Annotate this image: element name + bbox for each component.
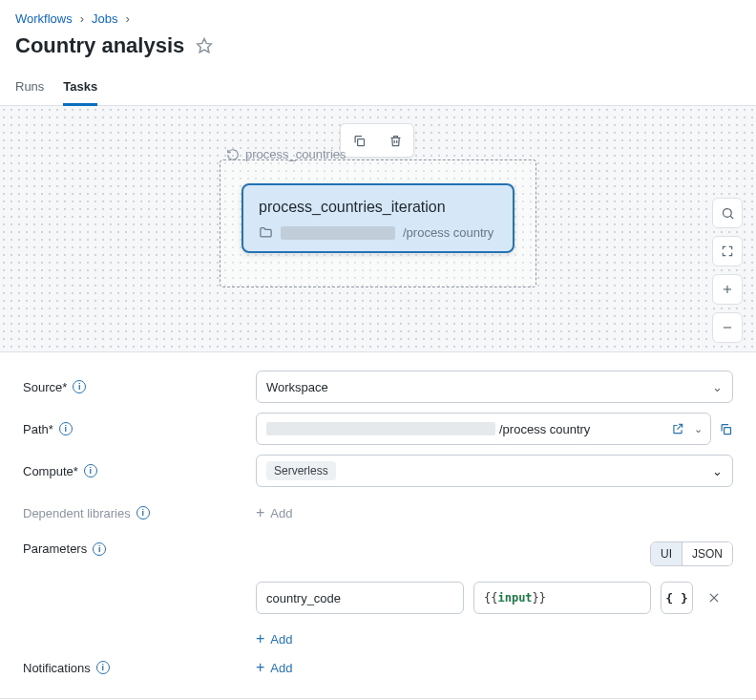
svg-rect-1 <box>357 138 364 145</box>
dependent-libraries-label: Dependent librariesi <box>23 506 246 520</box>
params-view-toggle: UI JSON <box>650 541 733 566</box>
path-input[interactable]: /process country ⌄ <box>256 413 711 445</box>
loop-container: process_countries process_countries_iter… <box>220 159 536 287</box>
breadcrumb: Workflows › Jobs › <box>15 11 741 26</box>
task-action-toolbar <box>340 123 414 158</box>
notifications-label: Notificationsi <box>23 661 246 675</box>
param-key-input[interactable] <box>256 582 464 614</box>
path-label: Path*i <box>23 422 246 436</box>
compute-chip: Serverless <box>266 461 336 480</box>
delete-task-button[interactable] <box>377 124 413 157</box>
chevron-right-icon: › <box>126 11 130 26</box>
info-icon[interactable]: i <box>84 464 97 477</box>
add-notification-button[interactable]: +Add <box>256 660 292 675</box>
open-external-icon[interactable] <box>671 422 684 435</box>
task-node-title: process_countries_iteration <box>259 199 497 216</box>
refresh-icon <box>226 148 240 161</box>
zoom-in-button[interactable] <box>712 274 743 305</box>
svg-point-2 <box>723 208 731 217</box>
task-node-path: /process country <box>259 225 497 240</box>
svg-rect-7 <box>724 427 731 434</box>
params-toggle-json[interactable]: JSON <box>682 542 732 565</box>
canvas-controls <box>712 198 743 343</box>
breadcrumb-workflows[interactable]: Workflows <box>15 11 73 26</box>
insert-variable-button[interactable]: { } <box>661 582 693 614</box>
info-icon[interactable]: i <box>59 422 73 435</box>
search-button[interactable] <box>712 198 743 228</box>
copy-path-button[interactable] <box>719 422 733 436</box>
favorite-star-button[interactable] <box>196 37 213 54</box>
loop-label: process_countries <box>226 147 346 161</box>
task-node[interactable]: process_countries_iteration /process cou… <box>242 183 514 253</box>
tab-runs[interactable]: Runs <box>15 70 44 106</box>
tabs: Runs Tasks <box>0 70 756 106</box>
add-library-button[interactable]: +Add <box>256 505 292 520</box>
chevron-down-icon: ⌄ <box>712 380 723 394</box>
param-value-input[interactable]: {{input}} <box>473 582 651 614</box>
info-icon[interactable]: i <box>96 661 110 674</box>
svg-line-3 <box>730 216 733 219</box>
remove-param-button[interactable] <box>703 586 725 609</box>
compute-label: Compute*i <box>23 464 246 478</box>
source-select[interactable]: Workspace ⌄ <box>256 371 733 403</box>
add-parameter-button[interactable]: +Add <box>256 631 292 647</box>
breadcrumb-jobs[interactable]: Jobs <box>92 11 117 26</box>
chevron-right-icon: › <box>80 11 84 26</box>
chevron-down-icon[interactable]: ⌄ <box>694 423 703 435</box>
info-icon[interactable]: i <box>136 506 150 520</box>
redacted-path <box>281 226 395 240</box>
source-label: Source*i <box>23 380 246 394</box>
compute-select[interactable]: Serverless ⌄ <box>256 455 733 487</box>
info-icon[interactable]: i <box>73 380 86 393</box>
redacted-path <box>266 422 495 435</box>
task-canvas[interactable]: process_countries process_countries_iter… <box>0 106 756 352</box>
chevron-down-icon: ⌄ <box>712 464 723 478</box>
info-icon[interactable]: i <box>93 542 106 556</box>
svg-marker-0 <box>198 39 212 53</box>
page-title: Country analysis <box>15 33 184 58</box>
fullscreen-button[interactable] <box>712 236 743 266</box>
parameters-label: Parametersi <box>23 541 246 556</box>
zoom-out-button[interactable] <box>712 312 743 343</box>
folder-icon <box>259 225 273 240</box>
params-toggle-ui[interactable]: UI <box>651 542 682 565</box>
tab-tasks[interactable]: Tasks <box>63 70 97 106</box>
